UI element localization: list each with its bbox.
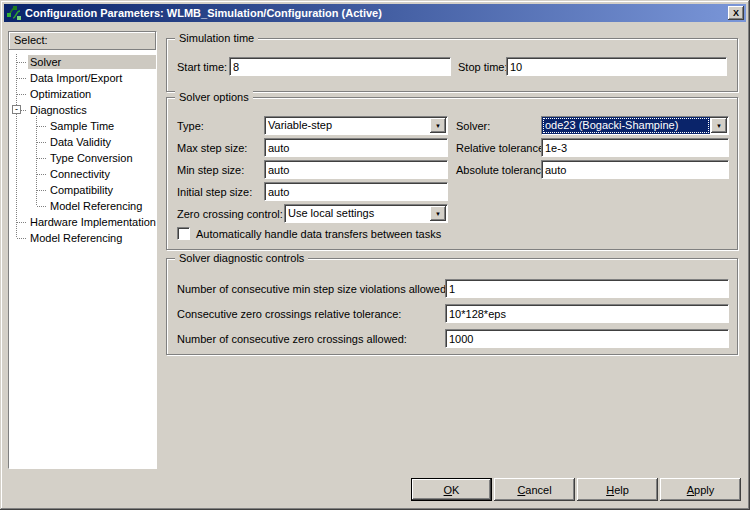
type-label: Type: — [177, 120, 204, 132]
tree-connector — [37, 126, 46, 127]
absolute-tolerance-label: Absolute tolerance: — [456, 164, 550, 176]
absolute-tolerance-input[interactable] — [541, 160, 729, 179]
solver-label: Solver: — [456, 120, 490, 132]
tree-item-solver[interactable]: Solver — [9, 54, 156, 70]
tree-item-model-referencing-child[interactable]: Model Referencing — [9, 198, 156, 214]
auto-handle-data-transfers-label: Automatically handle data transfers betw… — [196, 228, 441, 240]
zero-crossings-tolerance-input[interactable] — [445, 304, 729, 323]
zero-crossing-control-dropdown[interactable]: Use local settings ▼ — [284, 204, 448, 223]
type-dropdown[interactable]: Variable-step ▼ — [264, 116, 448, 135]
solver-options-legend: Solver options — [175, 91, 253, 103]
tree-connector — [37, 190, 46, 191]
tree-item-data-validity[interactable]: Data Validity — [9, 134, 156, 150]
category-tree: Solver Data Import/Export Optimization -… — [9, 50, 156, 468]
tree-item-hardware-implementation[interactable]: Hardware Implementation — [9, 214, 156, 230]
zero-crossings-tolerance-label: Consecutive zero crossings relative tole… — [177, 308, 401, 320]
tree-item-connectivity[interactable]: Connectivity — [9, 166, 156, 182]
simulink-app-icon — [6, 5, 22, 21]
min-step-size-input[interactable] — [264, 160, 448, 179]
configuration-parameters-dialog: Configuration Parameters: WLMB_Simulatio… — [0, 0, 750, 510]
tree-item-model-referencing[interactable]: Model Referencing — [9, 230, 156, 246]
tree-connector — [17, 222, 26, 223]
window-title: Configuration Parameters: WLMB_Simulatio… — [25, 7, 725, 19]
min-step-size-label: Min step size: — [177, 164, 244, 176]
tree-item-sample-time[interactable]: Sample Time — [9, 118, 156, 134]
auto-handle-data-transfers-checkrow: Automatically handle data transfers betw… — [177, 227, 441, 240]
tree-item-type-conversion[interactable]: Type Conversion — [9, 150, 156, 166]
tree-connector — [37, 206, 46, 207]
chevron-down-icon[interactable]: ▼ — [711, 118, 727, 133]
tree-item-optimization[interactable]: Optimization — [9, 86, 156, 102]
tree-item-diagnostics[interactable]: - Diagnostics — [9, 102, 156, 118]
collapse-expander-icon[interactable]: - — [12, 105, 21, 114]
min-step-violations-label: Number of consecutive min step size viol… — [177, 283, 449, 295]
solver-options-group: Solver options Type: Variable-step ▼ Sol… — [166, 97, 738, 250]
solver-dropdown[interactable]: ode23 (Bogacki-Shampine) ▼ — [541, 116, 729, 135]
stop-time-label: Stop time: — [458, 61, 508, 73]
apply-button[interactable]: Apply — [660, 478, 741, 501]
start-time-input[interactable] — [229, 57, 451, 76]
zero-crossings-allowed-input[interactable] — [445, 329, 729, 348]
close-icon[interactable]: X — [728, 6, 744, 20]
tree-connector — [17, 238, 26, 239]
zero-crossing-control-label: Zero crossing control: — [177, 208, 283, 220]
tree-connector — [37, 174, 46, 175]
solver-diagnostic-controls-legend: Solver diagnostic controls — [175, 252, 308, 264]
tree-item-compatibility[interactable]: Compatibility — [9, 182, 156, 198]
tree-connector — [17, 94, 26, 95]
tree-connector — [17, 62, 26, 63]
chevron-down-icon[interactable]: ▼ — [430, 206, 446, 221]
title-bar[interactable]: Configuration Parameters: WLMB_Simulatio… — [4, 4, 746, 22]
ok-button[interactable]: OK — [411, 478, 492, 501]
help-button[interactable]: Help — [577, 478, 658, 501]
stop-time-input[interactable] — [506, 57, 727, 76]
initial-step-size-input[interactable] — [264, 182, 448, 201]
start-time-label: Start time: — [177, 61, 227, 73]
tree-connector — [37, 158, 46, 159]
simulation-time-group: Simulation time Start time: Stop time: — [166, 38, 738, 92]
min-step-violations-input[interactable] — [445, 279, 729, 298]
cancel-button[interactable]: Cancel — [494, 478, 575, 501]
max-step-size-label: Max step size: — [177, 142, 247, 154]
tree-connector — [21, 110, 26, 111]
zero-crossings-allowed-label: Number of consecutive zero crossings all… — [177, 333, 407, 345]
chevron-down-icon[interactable]: ▼ — [430, 118, 446, 133]
tree-connector — [37, 142, 46, 143]
tree-item-data-import-export[interactable]: Data Import/Export — [9, 70, 156, 86]
initial-step-size-label: Initial step size: — [177, 186, 252, 198]
simulation-time-legend: Simulation time — [175, 32, 258, 44]
category-tree-panel: Select: Solver Data Import/Export Optimi… — [8, 31, 157, 469]
tree-header-label: Select: — [9, 32, 156, 50]
auto-handle-data-transfers-checkbox[interactable] — [177, 227, 190, 240]
solver-diagnostic-controls-group: Solver diagnostic controls Number of con… — [166, 258, 738, 355]
relative-tolerance-input[interactable] — [541, 138, 729, 157]
tree-connector — [17, 78, 26, 79]
max-step-size-input[interactable] — [264, 138, 448, 157]
relative-tolerance-label: Relative tolerance: — [456, 142, 547, 154]
